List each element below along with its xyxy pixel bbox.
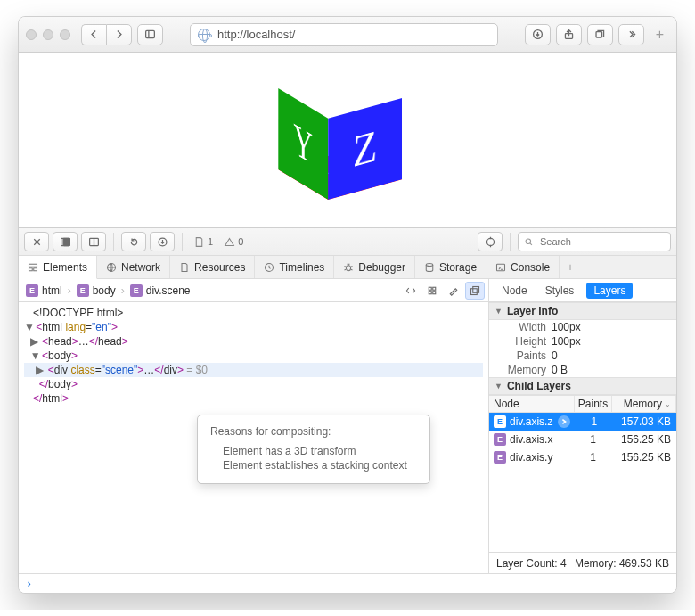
chevron-right-icon: › bbox=[121, 284, 125, 297]
dom-tree[interactable]: <!DOCTYPE html> ▼ <html lang="en"> ▶ <he… bbox=[19, 302, 488, 573]
element-badge-icon: E bbox=[494, 415, 506, 428]
tab-add-button[interactable]: + bbox=[560, 256, 581, 278]
svg-rect-22 bbox=[471, 288, 478, 294]
toggle-split-button[interactable] bbox=[81, 232, 106, 251]
downloads-button[interactable] bbox=[525, 24, 551, 45]
console-prompt[interactable]: › bbox=[19, 573, 676, 593]
row-paints: 1 bbox=[575, 433, 612, 446]
url-input[interactable] bbox=[216, 27, 490, 42]
element-badge-icon: E bbox=[77, 284, 89, 297]
search-icon bbox=[524, 237, 534, 247]
crumb-tools bbox=[401, 282, 485, 300]
error-count[interactable]: 1 bbox=[190, 236, 217, 248]
svg-rect-11 bbox=[29, 267, 33, 270]
crumb-body[interactable]: Ebody bbox=[73, 284, 119, 297]
devtools-body: Ehtml › Ebody › Ediv.scene <!DOCTYPE htm… bbox=[19, 279, 676, 573]
elements-panel: Ehtml › Ebody › Ediv.scene <!DOCTYPE htm… bbox=[19, 279, 489, 573]
tab-storage[interactable]: Storage bbox=[415, 256, 487, 278]
print-styles-button[interactable] bbox=[422, 282, 442, 300]
tab-console[interactable]: Console bbox=[487, 256, 560, 278]
crumb-html[interactable]: Ehtml bbox=[22, 284, 66, 297]
info-paints-value: 0 bbox=[552, 349, 558, 362]
crumb-div[interactable]: Ediv.scene bbox=[127, 284, 194, 297]
compositing-tooltip: Reasons for compositing: Element has a 3… bbox=[197, 415, 430, 484]
svg-point-8 bbox=[487, 238, 494, 245]
search-input[interactable] bbox=[538, 235, 665, 248]
titlebar: + bbox=[19, 17, 676, 53]
tab-network[interactable]: Network bbox=[97, 256, 170, 278]
table-row[interactable]: Ediv.axis.z 1 157.03 KB bbox=[489, 413, 676, 431]
disclosure-triangle-icon[interactable]: ▶ bbox=[36, 363, 45, 377]
page-viewport: Y Z X bbox=[19, 53, 676, 227]
section-layer-info-label: Layer Info bbox=[507, 305, 558, 317]
row-paints: 1 bbox=[576, 415, 613, 428]
info-memory-label: Memory bbox=[496, 364, 546, 376]
disclosure-triangle-icon[interactable]: ▼ bbox=[30, 349, 39, 363]
minimize-window-icon[interactable] bbox=[43, 29, 53, 40]
share-button[interactable] bbox=[556, 24, 582, 45]
paint-flashing-button[interactable] bbox=[444, 282, 463, 300]
disclosure-triangle-icon[interactable]: ▼ bbox=[24, 320, 33, 334]
summary-memory: Memory: 469.53 KB bbox=[575, 557, 669, 570]
new-tab-button[interactable]: + bbox=[650, 17, 669, 52]
wrap-toggle-button[interactable] bbox=[401, 282, 421, 300]
sidebar-tab-layers[interactable]: Layers bbox=[586, 283, 633, 299]
overflow-button[interactable] bbox=[618, 24, 644, 45]
back-button[interactable] bbox=[81, 24, 106, 45]
warning-count[interactable]: 0 bbox=[220, 236, 247, 248]
compositing-borders-button[interactable] bbox=[465, 282, 485, 300]
crumb-div-label: div.scene bbox=[146, 284, 191, 297]
tab-debugger[interactable]: Debugger bbox=[334, 256, 415, 278]
table-row[interactable]: Ediv.axis.y 1 156.25 KB bbox=[489, 448, 676, 466]
element-badge-icon: E bbox=[494, 451, 506, 464]
tab-elements[interactable]: Elements bbox=[19, 256, 97, 279]
info-width-value: 100px bbox=[552, 321, 581, 333]
tab-resources[interactable]: Resources bbox=[170, 256, 255, 278]
child-layers-header: Node Paints Memory⌄ bbox=[489, 395, 676, 413]
prompt-chevron-icon: › bbox=[26, 578, 32, 590]
crumb-body-label: body bbox=[93, 284, 116, 297]
element-picker-button[interactable] bbox=[478, 232, 503, 251]
element-badge-icon: E bbox=[130, 284, 143, 297]
close-window-icon[interactable] bbox=[26, 29, 37, 40]
dom-doctype: <!DOCTYPE html> bbox=[33, 307, 123, 319]
tab-storage-label: Storage bbox=[439, 261, 477, 274]
section-layer-info[interactable]: ▼Layer Info bbox=[489, 302, 676, 320]
zoom-window-icon[interactable] bbox=[60, 29, 70, 40]
col-paints[interactable]: Paints bbox=[575, 396, 612, 412]
info-width-label: Width bbox=[496, 321, 546, 333]
devtools-toolbar: 1 0 bbox=[19, 227, 676, 256]
tab-timelines[interactable]: Timelines bbox=[255, 256, 334, 278]
tab-network-label: Network bbox=[121, 261, 160, 274]
sidebar-toggle-button[interactable] bbox=[137, 24, 163, 45]
dom-selected-node[interactable]: ▶ <div class="scene">…</div> = $0 bbox=[24, 363, 483, 377]
svg-rect-5 bbox=[63, 238, 70, 245]
svg-rect-10 bbox=[29, 264, 37, 267]
disclosure-triangle-icon[interactable]: ▶ bbox=[30, 334, 39, 349]
sidebar-tab-styles[interactable]: Styles bbox=[540, 283, 580, 299]
info-height-label: Height bbox=[496, 335, 546, 348]
devtools-search[interactable] bbox=[518, 232, 671, 251]
address-bar[interactable] bbox=[190, 23, 498, 46]
dock-side-button[interactable] bbox=[53, 232, 78, 251]
tab-debugger-label: Debugger bbox=[358, 261, 405, 274]
close-devtools-button[interactable] bbox=[24, 232, 49, 251]
tab-resources-label: Resources bbox=[194, 261, 245, 274]
download-button[interactable] bbox=[150, 232, 175, 251]
sort-desc-icon: ⌄ bbox=[665, 400, 671, 408]
breadcrumb: Ehtml › Ebody › Ediv.scene bbox=[19, 279, 488, 302]
nav-buttons bbox=[81, 24, 132, 45]
tab-elements-label: Elements bbox=[43, 261, 87, 274]
sidebar-tab-node[interactable]: Node bbox=[496, 283, 533, 299]
forward-button[interactable] bbox=[106, 24, 132, 45]
col-memory[interactable]: Memory⌄ bbox=[612, 396, 676, 412]
disclosure-triangle-icon: ▼ bbox=[495, 307, 503, 316]
svg-rect-23 bbox=[473, 286, 479, 292]
tabs-button[interactable] bbox=[587, 24, 613, 45]
reload-button[interactable] bbox=[121, 232, 146, 251]
safari-window: + Y Z X 1 0 Elemen bbox=[18, 16, 677, 594]
col-node[interactable]: Node bbox=[489, 396, 575, 412]
goto-element-icon[interactable] bbox=[558, 415, 570, 428]
section-child-layers[interactable]: ▼Child Layers bbox=[489, 377, 676, 395]
table-row[interactable]: Ediv.axis.x 1 156.25 KB bbox=[489, 431, 676, 448]
